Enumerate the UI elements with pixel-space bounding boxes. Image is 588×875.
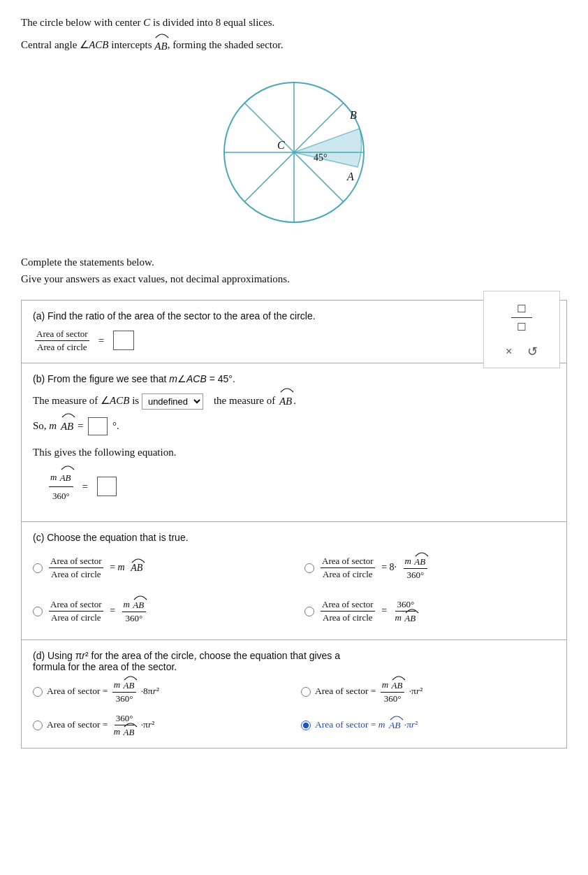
c2-arc-den: 360°: [405, 569, 425, 581]
instructions: Complete the statements below. Give your…: [21, 254, 567, 287]
c1-den: Area of circle: [50, 568, 102, 580]
c2-arc-ab: AB: [414, 556, 425, 567]
side-undo-button[interactable]: ↺: [527, 344, 538, 359]
part-d-radio2[interactable]: [301, 687, 311, 697]
arc-ab-b2: AB: [61, 417, 73, 436]
part-b-equation: m AB 360° =: [47, 469, 555, 505]
part-d-radio4[interactable]: [301, 721, 311, 730]
d2-frac: m AB 360°: [381, 679, 405, 704]
instruction-line2: Give your answers as exact values, not d…: [21, 270, 567, 287]
part-b-content: The measure of ∠ACB is undefined equal t…: [33, 391, 555, 505]
side-fraction: □ □: [498, 300, 545, 335]
c1-num: Area of sector: [49, 556, 103, 568]
intro-line2: Central angle ∠ACB intercepts AB , formi…: [21, 36, 567, 55]
part-d-box: (d) Using πr² for the area of the circle…: [21, 640, 567, 749]
c3-right-den: 360°: [124, 612, 144, 624]
part-c-radio3[interactable]: [33, 607, 43, 616]
equals-sign: =: [98, 335, 104, 347]
part-c-radio4[interactable]: [304, 607, 314, 616]
measure-dropdown[interactable]: undefined equal to half double: [142, 393, 203, 410]
part-d-option1: Area of sector = m AB 360°: [33, 679, 287, 704]
part-d-opt4-text: Area of sector = m AB ·πr²: [315, 719, 418, 731]
d3-den: m AB: [112, 725, 137, 738]
c4-right-den: m AB: [394, 612, 418, 624]
part-a-content: Area of sector Area of circle =: [33, 328, 555, 353]
c4-left-frac: Area of sector Area of circle: [321, 599, 375, 623]
part-c-opt2-text: Area of sector Area of circle = 8· m AB: [318, 556, 429, 581]
c2-eq: = 8·: [381, 562, 397, 572]
c3-num: Area of sector: [49, 599, 103, 612]
side-frac-top: □: [511, 300, 533, 318]
part-d-opt2-text: Area of sector = m AB 360°: [315, 679, 422, 704]
three-sixty-den: 360°: [51, 487, 71, 504]
arc-ab-eq: AB: [60, 470, 71, 486]
part-c-opt4-text: Area of sector Area of circle = 360° m: [318, 599, 420, 624]
c4-den: Area of circle: [321, 612, 374, 623]
side-frac-bottom: □: [511, 318, 533, 335]
part-a-label: (a) Find the ratio of the area of the se…: [33, 310, 555, 321]
center-var: C: [143, 17, 150, 28]
part-b-arc-answer[interactable]: [88, 417, 108, 435]
part-c-option3: Area of sector Area of circle = m AB: [33, 599, 284, 624]
part-c-options: Area of sector Area of circle = m AB: [33, 550, 555, 630]
c1-arc: AB: [131, 563, 142, 574]
arc-over-360: m AB 360°: [49, 469, 73, 505]
d4-arc: AB: [389, 720, 401, 731]
angle-notation: ∠ACB: [80, 39, 108, 50]
svg-text:B: B: [350, 109, 357, 121]
d2-num: m AB: [381, 679, 405, 693]
d3-frac: 360° m AB: [112, 713, 137, 738]
part-d-label: (d) Using πr² for the area of the circle…: [33, 650, 555, 672]
c2-arc-num: m AB: [404, 556, 428, 569]
area-ratio-fraction: Area of sector Area of circle: [35, 328, 89, 353]
d1-num: m AB: [112, 679, 137, 693]
part-c-option2: Area of sector Area of circle = 8· m AB: [304, 556, 555, 581]
d2-arc: AB: [391, 680, 402, 691]
area-circle-label: Area of circle: [36, 341, 88, 353]
part-a-answer[interactable]: [113, 331, 134, 350]
circle-diagram: C B A 45°: [210, 68, 378, 236]
part-b-sentence2: So, m AB = °.: [33, 417, 555, 436]
c2-num: Area of sector: [321, 556, 375, 568]
arc-ab-intro: AB: [154, 38, 167, 55]
part-c-radio2[interactable]: [304, 563, 314, 573]
d1-frac: m AB 360°: [112, 679, 137, 704]
part-d-options: Area of sector = m AB 360°: [33, 679, 555, 738]
c1-eq: = m: [110, 562, 125, 572]
c4-num: Area of sector: [321, 599, 375, 612]
c4-eq: =: [381, 605, 387, 616]
diagram-container: C B A 45°: [21, 68, 567, 236]
d1-den: 360°: [115, 693, 135, 704]
svg-text:45°: 45°: [314, 152, 328, 163]
part-d-radio3[interactable]: [33, 721, 43, 730]
side-close-button[interactable]: ×: [506, 345, 512, 358]
part-d-option2: Area of sector = m AB 360°: [301, 679, 555, 704]
part-d-option3: Area of sector = 360° m AB: [33, 713, 287, 738]
part-c-box: (c) Choose the equation that is true. Ar…: [21, 522, 567, 640]
part-b-eq-answer[interactable]: [97, 477, 117, 496]
c2-arc-frac: m AB 360°: [404, 556, 428, 581]
c4-arc-ab: AB: [404, 613, 416, 624]
svg-text:A: A: [346, 171, 354, 182]
c2-frac: Area of sector Area of circle: [321, 556, 375, 580]
part-b-label: (b) From the figure we see that m∠ACB = …: [33, 373, 555, 384]
arc-ab-b1: AB: [279, 392, 292, 411]
c3-den: Area of circle: [50, 612, 102, 623]
part-b-box: (b) From the figure we see that m∠ACB = …: [21, 363, 567, 522]
part-c-opt3-text: Area of sector Area of circle = m AB: [47, 599, 148, 624]
instruction-line1: Complete the statements below.: [21, 254, 567, 270]
part-d-option4: Area of sector = m AB ·πr²: [301, 713, 555, 738]
c3-left-frac: Area of sector Area of circle: [49, 599, 103, 623]
part-b-sentence1: The measure of ∠ACB is undefined equal t…: [33, 391, 555, 411]
c1-frac: Area of sector Area of circle: [49, 556, 103, 580]
part-d-radio1[interactable]: [33, 687, 43, 697]
part-c-option4: Area of sector Area of circle = 360° m: [304, 599, 555, 624]
c4-right-frac: 360° m AB: [394, 599, 418, 624]
part-c-label: (c) Choose the equation that is true.: [33, 532, 555, 543]
side-panel: □ □ × ↺: [483, 291, 560, 368]
part-c-radio1[interactable]: [33, 563, 43, 573]
c3-right-frac: m AB 360°: [122, 599, 147, 624]
c3-eq: =: [110, 605, 115, 616]
intro-line1: The circle below with center C is divide…: [21, 14, 567, 31]
d2-den: 360°: [383, 693, 403, 704]
